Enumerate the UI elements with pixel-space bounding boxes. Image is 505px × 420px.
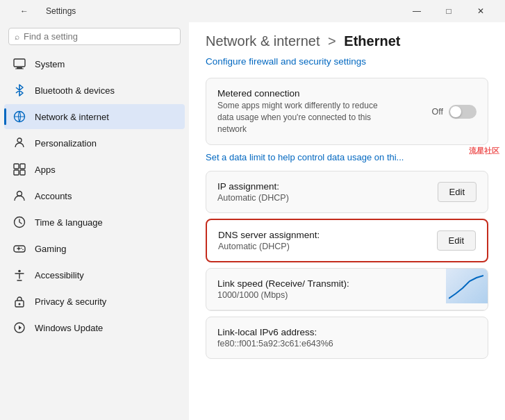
sidebar-item-accounts[interactable]: Accounts xyxy=(4,183,185,208)
dns-assignment-row: DNS server assignment: Automatic (DHCP) … xyxy=(207,220,487,261)
link-local-ipv6-card: Link-local IPv6 address: fe80::f001:5a92… xyxy=(206,317,488,359)
ip-assignment-value: Automatic (DHCP) xyxy=(217,193,427,203)
link-speed-label: Link speed (Receive/ Transmit): xyxy=(217,278,439,289)
toggle-off-label: Off xyxy=(432,107,443,117)
breadcrumb-separator: > xyxy=(328,33,336,49)
svg-rect-7 xyxy=(14,170,19,175)
dns-assignment-edit-button[interactable]: Edit xyxy=(437,230,476,251)
svg-rect-6 xyxy=(20,164,25,169)
breadcrumb-current: Ethernet xyxy=(344,33,400,49)
apps-icon xyxy=(13,162,26,176)
link-speed-chart xyxy=(446,269,488,303)
ip-assignment-edit-button[interactable]: Edit xyxy=(438,182,477,202)
back-button[interactable]: ← xyxy=(8,0,40,22)
sidebar-item-network[interactable]: Network & internet xyxy=(4,104,185,129)
link-speed-card: Link speed (Receive/ Transmit): 1000/100… xyxy=(206,268,488,311)
app-title: Settings xyxy=(46,6,76,16)
ip-assignment-row: IP assignment: Automatic (DHCP) Edit xyxy=(206,171,488,212)
system-label: System xyxy=(35,59,65,69)
sidebar-item-system[interactable]: System xyxy=(4,51,185,76)
svg-rect-5 xyxy=(14,164,19,169)
sidebar-item-time[interactable]: Time & language xyxy=(4,210,185,235)
link-local-ipv6-label: Link-local IPv6 address: xyxy=(217,327,477,337)
window-controls: — □ ✕ xyxy=(401,0,497,22)
link-local-ipv6-value: fe80::f001:5a92:3c61:e643%6 xyxy=(217,339,477,348)
metered-connection-row: Metered connection Some apps might work … xyxy=(206,78,488,144)
metered-description: Some apps might work differently to redu… xyxy=(217,100,384,135)
sidebar-item-bluetooth[interactable]: Bluetooth & devices xyxy=(4,78,185,103)
sidebar-item-accessibility[interactable]: Accessibility xyxy=(4,262,185,287)
main-panel: Network & internet > Ethernet Configure … xyxy=(189,22,505,420)
minimize-button[interactable]: — xyxy=(401,0,433,22)
time-icon xyxy=(13,215,26,229)
app-body: ⌕ System Bluetooth & devices Network & i… xyxy=(0,22,505,420)
breadcrumb: Network & internet > Ethernet xyxy=(189,22,505,55)
accessibility-label: Accessibility xyxy=(35,270,84,280)
accounts-label: Accounts xyxy=(35,191,72,201)
accounts-icon xyxy=(13,189,26,203)
apps-label: Apps xyxy=(35,165,56,175)
svg-point-4 xyxy=(17,138,22,142)
sidebar: ⌕ System Bluetooth & devices Network & i… xyxy=(0,22,189,420)
windows-update-icon xyxy=(13,321,26,335)
titlebar-left: ← Settings xyxy=(8,0,76,22)
bluetooth-icon xyxy=(13,83,26,97)
close-button[interactable]: ✕ xyxy=(465,0,497,22)
system-icon xyxy=(13,57,26,71)
svg-point-16 xyxy=(19,303,21,305)
svg-point-14 xyxy=(18,270,21,273)
data-limit-link[interactable]: Set a data limit to help control data us… xyxy=(206,152,404,162)
link-local-ipv6-row: Link-local IPv6 address: fe80::f001:5a92… xyxy=(206,317,488,358)
metered-label: Metered connection xyxy=(217,88,421,99)
link-speed-text: Link speed (Receive/ Transmit): 1000/100… xyxy=(217,278,439,300)
dns-assignment-text: DNS server assignment: Automatic (DHCP) xyxy=(218,230,426,251)
sidebar-item-gaming[interactable]: Gaming xyxy=(4,236,185,261)
sidebar-item-windows-update[interactable]: Windows Update xyxy=(4,315,185,340)
ip-assignment-label: IP assignment: xyxy=(217,181,427,192)
privacy-label: Privacy & security xyxy=(35,296,106,307)
dns-assignment-card: DNS server assignment: Automatic (DHCP) … xyxy=(206,219,488,262)
svg-rect-0 xyxy=(14,59,25,67)
toggle-thumb xyxy=(450,106,461,117)
privacy-icon xyxy=(13,294,26,308)
network-icon xyxy=(13,110,26,124)
search-icon: ⌕ xyxy=(15,32,19,42)
ip-assignment-card: IP assignment: Automatic (DHCP) Edit xyxy=(206,171,488,213)
time-label: Time & language xyxy=(35,217,103,228)
metered-connection-card: Metered connection Some apps might work … xyxy=(206,78,488,145)
windows-update-label: Windows Update xyxy=(35,323,103,333)
bluetooth-label: Bluetooth & devices xyxy=(35,85,115,96)
svg-point-13 xyxy=(22,249,24,251)
sidebar-item-personalization[interactable]: Personalization xyxy=(4,131,185,156)
search-box[interactable]: ⌕ xyxy=(8,28,181,45)
accessibility-icon xyxy=(13,268,26,282)
link-speed-value: 1000/1000 (Mbps) xyxy=(217,290,439,300)
metered-toggle[interactable]: Off xyxy=(432,105,477,119)
search-input[interactable] xyxy=(24,31,174,42)
network-label: Network & internet xyxy=(35,112,109,122)
dns-assignment-value: Automatic (DHCP) xyxy=(218,242,426,251)
personalization-icon xyxy=(13,136,26,150)
gaming-label: Gaming xyxy=(35,244,67,254)
section-content: Configure firewall and security settings… xyxy=(189,55,505,420)
gaming-icon xyxy=(13,242,26,255)
svg-rect-2 xyxy=(15,69,24,69)
breadcrumb-parent: Network & internet xyxy=(206,33,320,49)
dns-assignment-label: DNS server assignment: xyxy=(218,230,426,240)
titlebar: ← Settings — □ ✕ xyxy=(0,0,505,22)
maximize-button[interactable]: □ xyxy=(433,0,465,22)
link-local-ipv6-text: Link-local IPv6 address: fe80::f001:5a92… xyxy=(217,327,477,348)
personalization-label: Personalization xyxy=(35,138,97,149)
svg-rect-8 xyxy=(20,170,25,175)
firewall-link[interactable]: Configure firewall and security settings xyxy=(206,56,366,67)
metered-text: Metered connection Some apps might work … xyxy=(217,88,421,135)
ip-assignment-text: IP assignment: Automatic (DHCP) xyxy=(217,181,427,203)
toggle-track[interactable] xyxy=(449,105,477,119)
svg-point-12 xyxy=(21,248,22,249)
sidebar-item-apps[interactable]: Apps xyxy=(4,157,185,182)
sidebar-item-privacy[interactable]: Privacy & security xyxy=(4,289,185,314)
